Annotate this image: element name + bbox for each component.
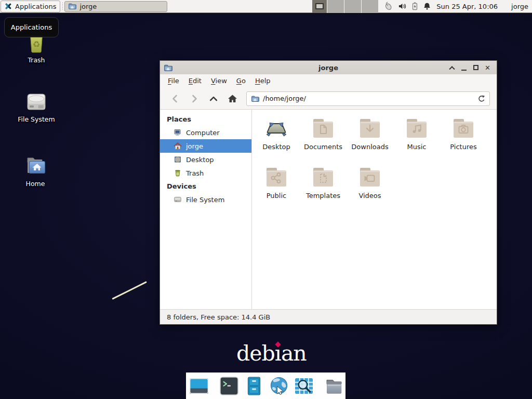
shade-button[interactable]	[446, 61, 458, 74]
close-button[interactable]: ✕	[482, 61, 494, 74]
gray-folder-icon	[324, 376, 344, 396]
application-finder-button[interactable]	[294, 375, 314, 397]
workspace-2[interactable]	[327, 0, 344, 13]
menu-view[interactable]: View	[206, 74, 232, 88]
workspace-1[interactable]	[312, 0, 327, 13]
sidebar-item-trash[interactable]: ♻ Trash	[160, 166, 251, 180]
workspace-4[interactable]	[361, 0, 378, 13]
back-icon	[170, 94, 180, 104]
sidebar-header-places: Places	[160, 113, 251, 126]
folder-item-documents[interactable]: Documents	[300, 116, 347, 159]
folder-item-desktop[interactable]: Desktop	[253, 116, 300, 159]
documents-folder-icon	[311, 116, 336, 141]
folder-item-pictures[interactable]: Pictures	[440, 116, 487, 159]
desktop-icon-file-system[interactable]: File System	[10, 87, 62, 123]
folder-icon-view: Desktop Documents Download	[252, 110, 497, 309]
back-button[interactable]	[165, 91, 184, 107]
applications-tooltip: Applications	[4, 17, 59, 37]
sidebar-item-label: jorge	[186, 142, 203, 150]
stray-line-artifact	[112, 281, 147, 300]
web-browser-button[interactable]	[269, 375, 289, 397]
computer-icon	[174, 128, 182, 137]
show-desktop-button[interactable]	[189, 375, 209, 397]
panel-handle[interactable]	[62, 3, 63, 10]
notifications-bell-icon[interactable]	[423, 2, 431, 10]
sidebar-item-computer[interactable]: Computer	[160, 126, 251, 139]
sidebar-item-label: File System	[186, 196, 224, 204]
desktop-special-icon	[264, 116, 289, 141]
taskbar-window-button[interactable]: jorge	[64, 1, 167, 12]
volume-icon[interactable]	[398, 2, 407, 10]
folder-label: Pictures	[450, 143, 476, 151]
folder-icon	[68, 2, 76, 10]
shade-icon	[449, 66, 455, 72]
panel-clock[interactable]: Sun 25 Apr, 10:06	[436, 3, 498, 10]
top-panel: Applications jorge	[0, 0, 532, 13]
file-manager-button[interactable]	[244, 375, 264, 397]
terminal-icon	[219, 376, 240, 396]
sidebar-item-jorge[interactable]: jorge	[160, 139, 251, 153]
folder-item-videos[interactable]: Videos	[347, 165, 393, 208]
forward-button[interactable]	[184, 91, 204, 107]
desktop-icon-label: Home	[9, 180, 61, 188]
dock	[186, 373, 345, 399]
svg-text:♻: ♻	[33, 39, 41, 49]
videos-folder-icon	[357, 165, 382, 190]
battery-charging-icon[interactable]	[411, 2, 418, 11]
tooltip-text: Applications	[11, 23, 52, 31]
window-titlebar[interactable]: jorge ✕	[160, 61, 497, 74]
applications-x-icon	[4, 2, 12, 10]
folder-item-templates[interactable]: Templates	[300, 165, 347, 208]
address-bar[interactable]: /home/jorge/	[246, 91, 490, 106]
mouse-icon[interactable]	[383, 2, 393, 11]
sidebar-header-devices: Devices	[160, 180, 251, 193]
user-home-icon	[174, 142, 182, 150]
menu-go[interactable]: Go	[232, 74, 250, 88]
applications-menu-button[interactable]: Applications	[1, 1, 60, 12]
desktop-icon-label: File System	[10, 115, 62, 123]
menu-file[interactable]: File	[163, 74, 184, 88]
home-button[interactable]	[223, 91, 242, 107]
maximize-button[interactable]	[470, 61, 482, 74]
status-bar: 8 folders, Free space: 14.4 GiB	[160, 309, 497, 324]
sidebar-item-file-system[interactable]: File System	[160, 193, 251, 206]
folder-label: Templates	[306, 192, 340, 200]
file-cabinet-icon	[244, 376, 264, 396]
show-desktop-icon	[189, 376, 209, 396]
menu-help[interactable]: Help	[250, 74, 275, 88]
folder-item-music[interactable]: Music	[393, 116, 440, 159]
places-sidebar: Places Computer jorge	[160, 110, 252, 309]
sidebar-item-label: Computer	[186, 129, 220, 137]
reload-icon[interactable]	[477, 95, 485, 103]
folder-label: Public	[267, 192, 286, 200]
hard-drive-icon	[174, 195, 182, 204]
system-tray	[383, 2, 431, 11]
globe-browser-icon	[269, 376, 289, 396]
panel-username[interactable]: jorge	[511, 3, 528, 10]
workspace-3[interactable]	[344, 0, 361, 13]
folder-label: Desktop	[262, 143, 290, 151]
trash-icon: ♻	[174, 169, 182, 177]
sidebar-item-label: Desktop	[186, 156, 214, 164]
sidebar-item-desktop[interactable]: Desktop	[160, 153, 251, 166]
folder-item-public[interactable]: Public	[253, 165, 300, 208]
sidebar-item-label: Trash	[186, 169, 204, 177]
maximize-icon	[473, 65, 478, 70]
desktop-icon	[174, 155, 182, 164]
public-folder-icon	[264, 165, 289, 190]
directory-menu-button[interactable]	[324, 375, 344, 397]
pictures-folder-icon	[451, 116, 476, 141]
up-button[interactable]	[204, 91, 223, 107]
terminal-button[interactable]	[219, 375, 240, 397]
workspace-switcher	[312, 0, 378, 13]
folder-item-downloads[interactable]: Downloads	[347, 116, 393, 159]
minimize-icon	[461, 70, 467, 71]
status-text: 8 folders, Free space: 14.4 GiB	[167, 313, 270, 321]
desktop-icon-home[interactable]: Home	[9, 152, 61, 188]
close-icon: ✕	[485, 64, 490, 71]
menu-edit[interactable]: Edit	[184, 74, 206, 88]
minimize-button[interactable]	[458, 61, 470, 74]
folder-label: Downloads	[351, 143, 388, 151]
applications-label: Applications	[15, 3, 56, 10]
home-folder-icon	[9, 152, 61, 178]
